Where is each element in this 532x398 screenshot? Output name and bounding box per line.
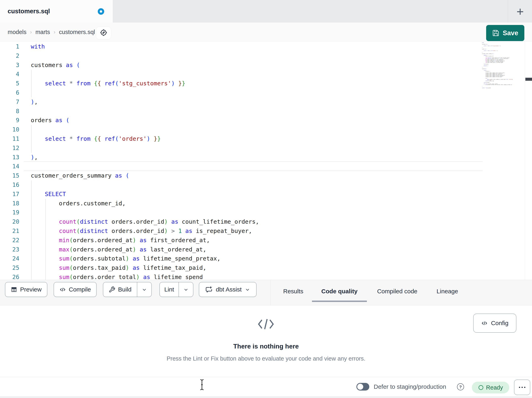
status-bar: Defer to staging/production ? Ready	[0, 377, 532, 396]
dot	[522, 387, 523, 388]
breadcrumb-item-models[interactable]: models	[8, 29, 26, 35]
lint-label: Lint	[164, 286, 174, 293]
action-toolbar: Preview Compile Build	[0, 280, 532, 305]
build-dropdown-button[interactable]	[137, 282, 152, 297]
code-editor[interactable]: 1234567891011121314151617181920212223242…	[0, 41, 532, 280]
status-badge-ready[interactable]: Ready	[472, 382, 509, 393]
minimap-divider	[525, 41, 525, 280]
tab-compiled-code[interactable]: Compiled code	[370, 280, 424, 303]
dbt-assist-label: dbt Assist	[216, 286, 241, 293]
defer-label: Defer to staging/production	[374, 377, 446, 396]
more-options-button[interactable]	[514, 380, 530, 395]
preview-label: Preview	[20, 286, 42, 293]
help-icon[interactable]: ?	[457, 383, 464, 390]
config-label: Config	[491, 320, 508, 326]
breadcrumb-item-marts[interactable]: marts	[35, 29, 50, 35]
table-icon	[11, 286, 17, 293]
empty-state-title: There is nothing here	[0, 343, 532, 350]
code-quality-panel: There is nothing here Press the Lint or …	[0, 305, 532, 377]
dot	[519, 387, 520, 388]
active-tab-indicator	[312, 300, 367, 302]
compass-icon	[99, 28, 108, 38]
code-slash-icon	[257, 318, 274, 331]
code-icon	[59, 286, 66, 293]
breadcrumb-separator: ›	[54, 29, 56, 35]
breadcrumb-item-file[interactable]: customers.sql	[59, 29, 95, 35]
tab-title: customers.sql	[8, 8, 50, 15]
new-tab-button[interactable]: +	[511, 3, 529, 20]
save-button[interactable]: Save	[486, 25, 524, 41]
preview-button[interactable]: Preview	[5, 282, 47, 297]
unsaved-indicator-dot	[98, 8, 104, 15]
empty-state-description: Press the Lint or Fix button above to ev…	[0, 355, 532, 362]
save-label: Save	[503, 29, 518, 37]
dbt-assist-button[interactable]: dbt Assist	[199, 282, 256, 297]
build-split-button: Build	[103, 282, 152, 297]
dot	[524, 387, 525, 388]
wrench-icon	[109, 286, 115, 293]
toolbar-tabs-divider	[271, 280, 271, 305]
lint-button[interactable]: Lint	[160, 282, 179, 297]
build-button[interactable]: Build	[103, 282, 137, 297]
chevron-down-icon	[183, 287, 189, 292]
chevron-down-icon	[142, 287, 147, 292]
floppy-icon	[492, 29, 500, 37]
assist-sparkle-chat-icon	[205, 286, 213, 293]
overview-ruler-marker	[525, 78, 532, 81]
navigate-button[interactable]	[96, 26, 111, 39]
chevron-down-icon	[245, 287, 250, 292]
bottom-strip	[0, 396, 532, 398]
compile-label: Compile	[69, 286, 91, 293]
breadcrumb-row: models › marts › customers.sql Save	[0, 23, 532, 41]
code-icon	[481, 320, 488, 326]
defer-toggle[interactable]	[356, 383, 369, 391]
tab-code-quality[interactable]: Code quality	[314, 280, 365, 303]
tab-results[interactable]: Results	[278, 280, 309, 303]
line-number-gutter: 1234567891011121314151617181920212223242…	[0, 42, 19, 280]
breadcrumb-separator: ›	[30, 29, 32, 35]
breadcrumb: models › marts › customers.sql	[8, 23, 95, 41]
build-label: Build	[118, 286, 132, 293]
lint-split-button: Lint	[159, 282, 193, 297]
config-button[interactable]: Config	[473, 314, 516, 333]
minimap-content: withcustomers as ( select * from {{ ref(…	[482, 42, 493, 88]
code-lines: withcustomers as ( select * from {{ ref(…	[31, 42, 287, 280]
minimap[interactable]: withcustomers as ( select * from {{ ref(…	[482, 42, 525, 279]
ready-label: Ready	[486, 384, 503, 391]
mouse-cursor-ibeam	[200, 379, 204, 391]
ready-ring-icon	[478, 385, 483, 390]
toggle-knob	[357, 384, 363, 390]
tab-customers-sql[interactable]: customers.sql	[0, 0, 113, 23]
compile-button[interactable]: Compile	[54, 282, 96, 297]
editor-tab-bar: customers.sql +	[0, 0, 532, 23]
tab-lineage[interactable]: Lineage	[431, 280, 464, 303]
lint-dropdown-button[interactable]	[179, 282, 193, 297]
